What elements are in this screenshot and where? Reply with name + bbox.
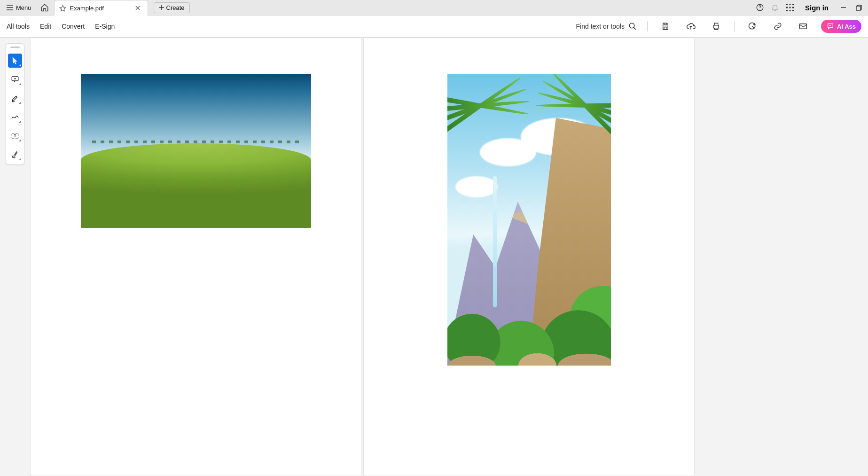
svg-point-1 xyxy=(759,9,760,9)
mail-icon xyxy=(799,23,807,30)
cloud-upload-icon xyxy=(686,22,696,31)
find-button[interactable]: Find text or tools xyxy=(576,22,637,31)
create-label: Create xyxy=(166,4,185,11)
bell-icon xyxy=(771,3,779,12)
restore-icon xyxy=(856,5,862,11)
link-button[interactable] xyxy=(770,19,785,34)
fill-sign-tool[interactable] xyxy=(8,148,22,162)
upload-button[interactable] xyxy=(683,19,698,34)
home-icon xyxy=(40,3,49,12)
plus-icon xyxy=(159,5,164,10)
help-button[interactable] xyxy=(753,1,766,14)
svg-rect-10 xyxy=(792,10,794,11)
document-area xyxy=(0,38,868,476)
window-minimize-button[interactable] xyxy=(837,1,850,14)
tab-filename: Example.pdf xyxy=(70,5,104,12)
textbox-icon xyxy=(11,132,19,140)
apps-grid-icon xyxy=(786,4,794,11)
apps-button[interactable] xyxy=(783,1,797,14)
notifications-button[interactable] xyxy=(768,1,782,14)
fill-sign-icon xyxy=(11,150,19,159)
save-icon xyxy=(661,22,670,31)
toolbar-edit[interactable]: Edit xyxy=(40,23,51,30)
svg-rect-9 xyxy=(790,10,791,11)
menu-button[interactable]: Menu xyxy=(3,2,35,13)
minimize-icon xyxy=(841,5,846,10)
textbox-tool[interactable] xyxy=(8,129,22,143)
svg-rect-2 xyxy=(786,4,788,5)
link-icon xyxy=(774,22,782,31)
svg-rect-14 xyxy=(714,25,719,28)
tab-close-button[interactable] xyxy=(133,4,142,12)
svg-rect-7 xyxy=(792,7,794,8)
menu-label: Menu xyxy=(16,4,31,11)
email-button[interactable] xyxy=(796,19,811,34)
print-icon xyxy=(712,22,720,31)
search-icon xyxy=(628,22,637,31)
add-stamp-button[interactable] xyxy=(745,19,760,34)
tool-palette[interactable] xyxy=(6,43,24,165)
pdf-page-1[interactable] xyxy=(30,38,361,476)
draw-freehand-icon xyxy=(11,113,19,121)
window-titlebar: Menu Example.pdf Create Sign in xyxy=(0,0,868,16)
highlight-tool[interactable] xyxy=(8,91,22,105)
save-button[interactable] xyxy=(658,19,673,34)
svg-rect-6 xyxy=(790,7,791,8)
comment-icon xyxy=(11,75,19,84)
page-image xyxy=(447,74,611,366)
svg-rect-8 xyxy=(786,10,788,11)
svg-rect-12 xyxy=(856,6,860,10)
pdf-page-2[interactable] xyxy=(363,38,695,476)
ai-chat-icon xyxy=(827,23,834,30)
help-icon xyxy=(756,3,764,12)
print-button[interactable] xyxy=(709,19,724,34)
document-tab[interactable]: Example.pdf xyxy=(54,0,148,16)
pages-viewport[interactable] xyxy=(0,38,868,476)
page-image xyxy=(81,74,311,228)
home-button[interactable] xyxy=(37,1,52,14)
toolbar-divider xyxy=(734,21,735,31)
star-icon[interactable] xyxy=(59,5,66,12)
comment-tool[interactable] xyxy=(8,72,22,86)
close-icon xyxy=(135,6,140,10)
svg-rect-16 xyxy=(800,24,807,29)
svg-point-13 xyxy=(629,23,634,28)
svg-rect-5 xyxy=(786,7,788,8)
toolbar-esign[interactable]: E-Sign xyxy=(95,23,115,30)
cursor-icon xyxy=(11,56,19,65)
select-tool[interactable] xyxy=(8,54,22,68)
palette-drag-handle[interactable] xyxy=(10,47,20,48)
ai-label: AI Ass xyxy=(837,23,856,30)
find-label: Find text or tools xyxy=(576,23,625,30)
highlighter-icon xyxy=(11,94,19,102)
main-toolbar: All tools Edit Convert E-Sign Find text … xyxy=(0,16,868,38)
svg-rect-3 xyxy=(790,4,791,5)
stamp-plus-icon xyxy=(748,22,757,31)
create-button[interactable]: Create xyxy=(154,2,190,13)
hamburger-icon xyxy=(7,5,13,10)
toolbar-all-tools[interactable]: All tools xyxy=(7,23,30,30)
draw-tool[interactable] xyxy=(8,110,22,124)
toolbar-convert[interactable]: Convert xyxy=(62,23,85,30)
sign-in-button[interactable]: Sign in xyxy=(798,4,835,12)
svg-rect-4 xyxy=(792,4,794,5)
ai-assistant-button[interactable]: AI Ass xyxy=(821,20,861,33)
window-restore-button[interactable] xyxy=(852,1,865,14)
toolbar-divider xyxy=(647,21,648,31)
